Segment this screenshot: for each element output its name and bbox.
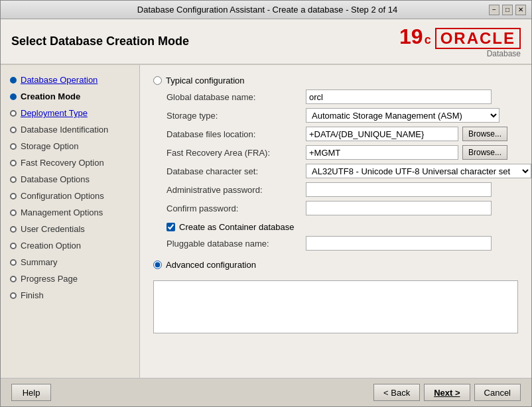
content-area: Typical configuration Global database na… xyxy=(140,65,531,378)
cancel-button[interactable]: Cancel xyxy=(474,384,521,401)
sidebar-item-finish: Finish xyxy=(1,287,139,304)
sidebar-label-storage-option: Storage Option xyxy=(21,141,78,151)
oracle-brand: ORACLE xyxy=(435,28,521,49)
db-charset-row: AL32UTF8 - Unicode UTF-8 Universal chara… xyxy=(306,164,531,178)
fast-recovery-input[interactable] xyxy=(306,145,458,160)
fast-recovery-browse-button[interactable]: Browse... xyxy=(462,145,507,160)
admin-password-row xyxy=(306,182,531,197)
sidebar-dot-summary xyxy=(10,259,17,266)
pluggable-db-row xyxy=(306,236,518,251)
back-button[interactable]: < Back xyxy=(373,384,420,401)
confirm-password-row xyxy=(306,201,531,215)
pluggable-db-grid: Pluggable database name: xyxy=(166,236,518,251)
typical-radio-label: Typical configuration xyxy=(166,76,245,86)
info-box xyxy=(153,280,518,333)
minimize-button[interactable]: − xyxy=(489,5,499,15)
sidebar-label-summary: Summary xyxy=(21,257,58,267)
page-title: Select Database Creation Mode xyxy=(11,34,189,48)
storage-type-row: Automatic Storage Management (ASM) xyxy=(306,108,531,123)
sidebar-item-deployment-type[interactable]: Deployment Type xyxy=(1,105,139,121)
pluggable-db-input[interactable] xyxy=(306,236,492,251)
sidebar-item-database-operation[interactable]: Database Operation xyxy=(1,72,139,88)
sidebar-item-storage-option: Storage Option xyxy=(1,138,139,154)
confirm-password-input[interactable] xyxy=(306,201,492,215)
sidebar: Database Operation Creation Mode Deploym… xyxy=(1,65,140,378)
sidebar-label-database-operation: Database Operation xyxy=(21,75,98,85)
global-db-name-input[interactable] xyxy=(306,89,492,104)
advanced-configuration-option[interactable]: Advanced configuration xyxy=(153,260,518,270)
fast-recovery-row: Browse... xyxy=(306,145,531,160)
sidebar-item-database-options: Database Options xyxy=(1,171,139,188)
sidebar-dot-creation-option xyxy=(10,243,17,249)
oracle-version: 19 xyxy=(399,25,423,49)
db-files-location-row: Browse... xyxy=(306,127,531,141)
sidebar-label-creation-mode: Creation Mode xyxy=(21,91,80,101)
sidebar-item-progress-page: Progress Page xyxy=(1,270,139,287)
window-title: Database Configuration Assistant - Creat… xyxy=(46,5,489,15)
sidebar-label-progress-page: Progress Page xyxy=(21,274,78,284)
next-button[interactable]: Next > xyxy=(424,384,470,401)
sidebar-dot-fast-recovery-option xyxy=(10,160,17,166)
oracle-logo: 19 c ORACLE Database xyxy=(399,25,521,58)
sidebar-label-configuration-options: Configuration Options xyxy=(21,191,104,201)
title-bar: Database Configuration Assistant - Creat… xyxy=(1,1,531,19)
main-content: Database Operation Creation Mode Deploym… xyxy=(1,65,531,378)
sidebar-dot-progress-page xyxy=(10,276,17,282)
storage-type-select[interactable]: Automatic Storage Management (ASM) xyxy=(306,108,499,123)
typical-configuration-option[interactable]: Typical configuration xyxy=(153,76,518,86)
sidebar-dot-database-operation xyxy=(10,77,17,84)
fast-recovery-label: Fast Recovery Area (FRA): xyxy=(166,145,299,160)
header-bar: Select Database Creation Mode 19 c ORACL… xyxy=(1,19,531,65)
sidebar-dot-configuration-options xyxy=(10,193,17,200)
sidebar-label-fast-recovery-option: Fast Recovery Option xyxy=(21,158,104,168)
sidebar-dot-management-options xyxy=(10,209,17,216)
sidebar-label-management-options: Management Options xyxy=(21,207,103,217)
window-controls: − □ ✕ xyxy=(489,5,526,15)
sidebar-item-creation-mode[interactable]: Creation Mode xyxy=(1,88,139,105)
db-files-browse-button[interactable]: Browse... xyxy=(462,127,507,141)
admin-password-input[interactable] xyxy=(306,182,492,197)
close-button[interactable]: ✕ xyxy=(515,5,526,15)
pluggable-db-label: Pluggable database name: xyxy=(166,236,299,251)
oracle-sub: Database xyxy=(399,49,521,58)
global-db-name-row xyxy=(306,89,531,104)
sidebar-item-summary: Summary xyxy=(1,254,139,270)
sidebar-dot-database-options xyxy=(10,176,17,183)
sidebar-label-finish: Finish xyxy=(21,290,44,300)
sidebar-label-database-identification: Database Identification xyxy=(21,125,108,135)
sidebar-dot-storage-option xyxy=(10,143,17,150)
sidebar-dot-finish xyxy=(10,292,17,299)
oracle-sup: c xyxy=(425,33,431,47)
sidebar-dot-creation-mode xyxy=(10,93,17,100)
sidebar-item-user-credentials: User Credentials xyxy=(1,221,139,237)
help-button[interactable]: Help xyxy=(11,384,51,401)
db-files-location-input[interactable] xyxy=(306,127,458,141)
bottom-bar: Help < Back Next > Cancel xyxy=(1,378,531,406)
sidebar-item-configuration-options: Configuration Options xyxy=(1,188,139,204)
container-db-label: Create as Container database xyxy=(179,222,294,232)
advanced-radio[interactable] xyxy=(153,261,162,269)
sidebar-item-management-options: Management Options xyxy=(1,204,139,221)
maximize-button[interactable]: □ xyxy=(502,5,513,15)
storage-type-label: Storage type: xyxy=(166,108,299,123)
sidebar-item-fast-recovery-option: Fast Recovery Option xyxy=(1,154,139,171)
advanced-radio-label: Advanced configuration xyxy=(166,260,256,270)
container-db-row: Create as Container database xyxy=(166,222,518,232)
sidebar-dot-database-identification xyxy=(10,127,17,133)
typical-form-grid: Global database name: Storage type: Auto… xyxy=(166,89,518,215)
sidebar-item-creation-option: Creation Option xyxy=(1,237,139,254)
container-db-checkbox[interactable] xyxy=(166,223,175,231)
db-charset-label: Database character set: xyxy=(166,164,299,178)
sidebar-label-deployment-type: Deployment Type xyxy=(21,108,88,118)
sidebar-label-database-options: Database Options xyxy=(21,174,90,184)
sidebar-label-creation-option: Creation Option xyxy=(21,241,81,251)
db-charset-select[interactable]: AL32UTF8 - Unicode UTF-8 Universal chara… xyxy=(306,164,531,178)
db-files-location-label: Database files location: xyxy=(166,127,299,141)
oracle-logo-block: 19 c ORACLE Database xyxy=(399,25,521,58)
sidebar-label-user-credentials: User Credentials xyxy=(21,224,85,234)
sidebar-dot-deployment-type xyxy=(10,110,17,117)
admin-password-label: Administrative password: xyxy=(166,182,299,197)
typical-radio[interactable] xyxy=(153,76,162,85)
sidebar-item-database-identification: Database Identification xyxy=(1,121,139,138)
confirm-password-label: Confirm password: xyxy=(166,201,299,215)
